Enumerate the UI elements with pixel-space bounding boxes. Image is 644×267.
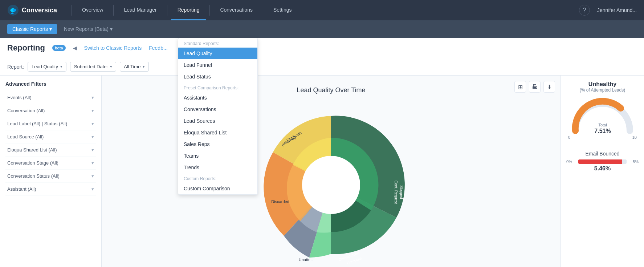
conversation-filter-chevron-icon: ▾: [91, 108, 94, 113]
grid-icon: ⊞: [518, 84, 523, 90]
dropdown-item-lead-quality[interactable]: Lead Quality: [178, 48, 257, 59]
dropdown-item-sales-reps[interactable]: Sales Reps: [178, 138, 257, 150]
metric-bar-end-label: 5%: [629, 159, 639, 164]
print-icon: 🖶: [532, 84, 538, 90]
report-filter-chevron-icon: ▾: [60, 64, 62, 69]
feedback-link[interactable]: Feedb...: [149, 45, 167, 51]
dropdown-item-conversations[interactable]: Conversations: [178, 104, 257, 115]
breadcrumb-separator: ◀: [73, 45, 77, 51]
eloqua-filter-label: Eloqua Shared List (All): [7, 147, 57, 153]
eloqua-filter-chevron-icon: ▾: [91, 147, 94, 153]
assistant-filter-chevron-icon: ▾: [91, 186, 94, 192]
nav-links: Overview Lead Manager Reporting Conversa…: [76, 0, 579, 20]
dropdown-item-lead-funnel[interactable]: Lead Funnel: [178, 59, 257, 71]
lead-source-filter-label: Lead Source (All): [7, 134, 44, 139]
help-icon[interactable]: ?: [579, 5, 590, 16]
right-panel: Unhealthy (% of Attempted Leads) Total 7…: [561, 76, 644, 267]
logo-area[interactable]: Conversica: [7, 4, 57, 16]
metric-value: 5.46%: [566, 165, 639, 172]
logo-text: Conversica: [22, 7, 57, 14]
main-content: Advanced Filters Events (All) ▾ Conversa…: [0, 76, 644, 267]
time-filter-value: All Time: [124, 64, 140, 69]
page-header: Reporting beta ◀ Switch to Classic Repor…: [0, 38, 644, 58]
nav-divider-5: [263, 5, 263, 16]
page-title: Reporting: [7, 43, 45, 53]
dropdown-item-lead-status[interactable]: Lead Status: [178, 71, 257, 82]
reports-dropdown-menu: Standard Reports: Lead Quality Lead Funn…: [178, 38, 258, 195]
panel-divider: [566, 145, 639, 145]
dropdown-item-teams[interactable]: Teams: [178, 150, 257, 162]
svg-point-2: [302, 156, 360, 214]
nav-right: ? Jennifer Amund...: [579, 5, 637, 16]
conversation-stage-filter-label: Conversation Stage (All): [7, 160, 58, 166]
report-filter-value: Lead Quality: [32, 64, 58, 69]
pie-chart-svg: Duplicate (Internal) Discarded Unattr...…: [237, 98, 425, 267]
nav-item-overview[interactable]: Overview: [76, 0, 110, 20]
metric-title: Email Bounced: [566, 151, 639, 157]
sidebar-item-events[interactable]: Events (All) ▾: [5, 91, 96, 104]
nav-divider-3: [167, 5, 167, 16]
panel-title: Unhealthy: [566, 81, 639, 88]
date-filter-chevron-icon: ▾: [110, 64, 112, 69]
nav-item-settings[interactable]: Settings: [267, 0, 298, 20]
report-filter-select[interactable]: Lead Quality ▾: [28, 62, 66, 72]
grid-view-button[interactable]: ⊞: [514, 81, 526, 93]
custom-reports-section-label: Custom Reports:: [178, 173, 257, 183]
lead-label-filter-label: Lead Label (All) | Status (All): [7, 121, 67, 126]
svg-text:Stopped: Stopped: [399, 185, 403, 199]
sidebar-item-conversation-stage[interactable]: Conversation Stage (All) ▾: [5, 157, 96, 170]
gauge-labels: 0 10: [566, 135, 639, 139]
sidebar-item-lead-label[interactable]: Lead Label (All) | Status (All) ▾: [5, 117, 96, 130]
dropdown-item-assistants[interactable]: Assistants: [178, 92, 257, 104]
sidebar-item-lead-source[interactable]: Lead Source (All) ▾: [5, 130, 96, 143]
dropdown-item-custom-comparison[interactable]: Custom Comparison: [178, 183, 257, 194]
chart-area: ⊞ 🖶 ⬇ Lead Quality Over Time: [102, 76, 561, 267]
date-filter-value: Submitted Date:: [74, 64, 108, 69]
preset-reports-section-label: Preset Comparison Reports:: [178, 82, 257, 92]
dropdown-item-lead-sources[interactable]: Lead Sources: [178, 115, 257, 127]
conversica-logo-icon: [7, 4, 19, 16]
download-icon: ⬇: [547, 84, 552, 90]
sub-navigation: Classic Reports ▾ New Reports (Beta) ▾: [0, 20, 644, 38]
nav-item-lead-manager[interactable]: Lead Manager: [117, 0, 163, 20]
top-navigation: Conversica Overview Lead Manager Reporti…: [0, 0, 644, 20]
new-reports-beta-button[interactable]: New Reports (Beta) ▾: [59, 24, 118, 34]
sidebar-title: Advanced Filters: [5, 81, 96, 87]
chart-title: Lead Quality Over Time: [297, 86, 365, 94]
date-filter-select[interactable]: Submitted Date: ▾: [70, 62, 116, 72]
gauge-svg: Total 7.51%: [570, 98, 635, 134]
pie-chart-wrapper: Lead Quality Over Time: [102, 76, 561, 267]
nav-item-conversations[interactable]: Conversations: [213, 0, 259, 20]
conversation-status-filter-chevron-icon: ▾: [91, 173, 94, 179]
user-name[interactable]: Jennifer Amund...: [597, 7, 637, 13]
dropdown-item-trends[interactable]: Trends: [178, 162, 257, 173]
switch-classic-reports-link[interactable]: Switch to Classic Reports: [84, 45, 142, 51]
lead-source-filter-chevron-icon: ▾: [91, 134, 94, 139]
print-button[interactable]: 🖶: [529, 81, 541, 93]
sidebar-item-conversation[interactable]: Conversation (All) ▾: [5, 104, 96, 117]
time-filter-chevron-icon: ▾: [143, 64, 145, 69]
sidebar-item-eloqua[interactable]: Eloqua Shared List (All) ▾: [5, 143, 96, 157]
dropdown-item-eloqua-shared-list[interactable]: Eloqua Shared List: [178, 127, 257, 138]
svg-text:7.51%: 7.51%: [594, 128, 611, 134]
lead-label-filter-chevron-icon: ▾: [91, 121, 94, 126]
gauge-max-label: 10: [632, 135, 637, 139]
standard-reports-section-label: Standard Reports:: [178, 38, 257, 48]
svg-text:Unattr...: Unattr...: [299, 258, 313, 262]
sidebar-item-conversation-status[interactable]: Conversation Status (All) ▾: [5, 170, 96, 183]
sidebar-item-assistant[interactable]: Assistant (All) ▾: [5, 183, 96, 196]
chart-toolbar: ⊞ 🖶 ⬇: [514, 81, 555, 93]
classic-reports-button[interactable]: Classic Reports ▾: [7, 24, 57, 34]
svg-text:Discarded: Discarded: [271, 199, 289, 204]
nav-divider-4: [209, 5, 210, 16]
assistant-filter-label: Assistant (All): [7, 186, 36, 192]
time-filter-select[interactable]: All Time ▾: [120, 62, 149, 72]
conversation-filter-label: Conversation (All): [7, 108, 45, 113]
download-button[interactable]: ⬇: [543, 81, 555, 93]
events-filter-chevron-icon: ▾: [91, 95, 94, 100]
panel-subtitle: (% of Attempted Leads): [566, 88, 639, 93]
nav-item-reporting[interactable]: Reporting: [171, 0, 206, 20]
svg-text:Total: Total: [598, 123, 607, 127]
svg-text:Cont. Request: Cont. Request: [394, 181, 398, 204]
conversation-stage-filter-chevron-icon: ▾: [91, 160, 94, 166]
